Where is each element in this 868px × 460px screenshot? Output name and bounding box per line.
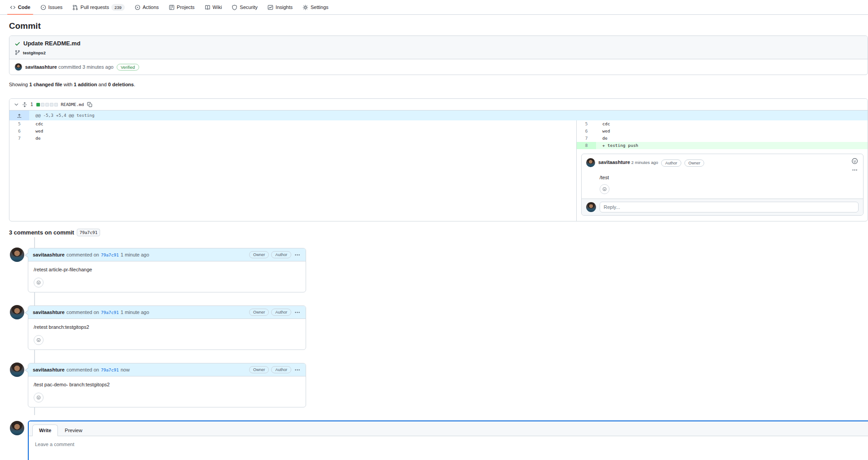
diff-line-content-addition: + testing push: [596, 142, 868, 149]
commit-author[interactable]: savitaashture: [25, 64, 57, 70]
comment-author[interactable]: savitaashture: [598, 159, 630, 165]
avatar[interactable]: [586, 202, 596, 212]
commit-sha-link[interactable]: 79a7c91: [101, 367, 119, 372]
kebab-menu-icon[interactable]: [294, 310, 301, 315]
comment: savitaashture commented on 79a7c91 1 min…: [0, 305, 868, 350]
expand-diff-button[interactable]: [22, 102, 27, 107]
diff-empty-cell: [9, 142, 29, 149]
deletions-count: 0 deletions: [108, 82, 134, 87]
diff-line-content: de: [29, 135, 576, 142]
add-reaction-button[interactable]: [600, 184, 609, 194]
tab-wiki[interactable]: Wiki: [205, 0, 222, 14]
comment-body: /retest article-pr-filechange: [34, 267, 300, 272]
avatar[interactable]: [586, 158, 595, 167]
diff-line-content: cdc: [596, 120, 868, 128]
tab-settings[interactable]: Settings: [302, 0, 329, 14]
commit-box: Update README.md testgitops2 savitaashtu…: [9, 35, 868, 75]
comment-header: savitaashture commented on 79a7c91 1 min…: [28, 248, 306, 261]
diff-line-number[interactable]: 7: [576, 135, 596, 142]
owner-badge: Owner: [249, 251, 269, 258]
tab-pull-requests[interactable]: Pull requests 239: [72, 0, 124, 14]
avatar[interactable]: [10, 421, 24, 435]
diff-summary: Showing 1 changed file with 1 addition a…: [9, 82, 868, 87]
tab-write[interactable]: Write: [32, 425, 58, 436]
author-badge: Author: [661, 159, 681, 167]
commit-sha-link[interactable]: 79a7c91: [101, 310, 119, 315]
reply-input[interactable]: [600, 202, 859, 212]
tab-preview[interactable]: Preview: [58, 425, 89, 436]
avatar[interactable]: [10, 363, 24, 377]
avatar[interactable]: [10, 248, 24, 262]
add-reaction-icon[interactable]: [851, 158, 859, 164]
diff-line-number[interactable]: 8: [576, 142, 596, 149]
reply-bar: [582, 199, 863, 215]
diff-line-number[interactable]: 6: [9, 128, 29, 135]
split-diff: @@ -5,3 +5,4 @@ testing 5 cdc 5 cdc 6 we…: [9, 111, 868, 221]
commit-header: Update README.md testgitops2: [9, 36, 868, 59]
comment-time: 2 minutes ago: [631, 160, 658, 165]
changed-files-count: 1 changed file: [29, 82, 62, 87]
diff-filename[interactable]: README.md: [61, 102, 84, 107]
diff-line-number[interactable]: 5: [576, 120, 596, 128]
verified-badge[interactable]: Verified: [117, 64, 139, 71]
collapse-file-button[interactable]: [14, 102, 19, 107]
comment-header: savitaashture commented on 79a7c91 1 min…: [28, 306, 306, 319]
hunk-header: @@ -5,3 +5,4 @@ testing: [29, 111, 868, 120]
diff-line-number[interactable]: 6: [576, 128, 596, 135]
diff-line-content: de: [596, 135, 868, 142]
add-reaction-button[interactable]: [34, 393, 44, 402]
kebab-menu-icon[interactable]: [851, 167, 859, 173]
tab-insights-label: Insights: [276, 4, 293, 10]
tab-projects[interactable]: Projects: [169, 0, 195, 14]
commit-sha-link[interactable]: 79a7c91: [101, 252, 119, 257]
diff-empty-cell: [9, 149, 576, 221]
owner-badge: Owner: [684, 159, 705, 167]
comment-time: 1 minute ago: [121, 252, 149, 257]
commit-sha-chip: 79a7c91: [77, 229, 100, 236]
additions-count: 1 addition: [74, 82, 97, 87]
expand-hunk-button[interactable]: [9, 111, 29, 120]
comment-author[interactable]: savitaashture: [33, 367, 65, 372]
comment: savitaashture commented on 79a7c91 now O…: [0, 363, 868, 407]
wiki-icon: [205, 4, 210, 10]
avatar[interactable]: [15, 63, 22, 71]
tab-code[interactable]: Code: [10, 0, 31, 14]
tab-security[interactable]: Security: [232, 0, 258, 14]
diff-line-content: wed: [596, 128, 868, 135]
tab-insights[interactable]: Insights: [267, 0, 293, 14]
commit-branch[interactable]: testgitops2: [23, 50, 46, 55]
author-badge: Author: [271, 366, 291, 373]
comment-header: savitaashture commented on 79a7c91 now O…: [28, 363, 306, 376]
gear-icon: [302, 4, 308, 10]
issues-icon: [40, 4, 46, 10]
pull-request-icon: [72, 4, 78, 10]
inline-comment-thread: savitaashture 2 minutes ago Author Owner…: [581, 154, 864, 216]
author-badge: Author: [271, 251, 291, 258]
kebab-menu-icon[interactable]: [294, 252, 301, 258]
commit-meta-text: committed 3 minutes ago: [58, 64, 114, 70]
comment-textarea[interactable]: [34, 441, 855, 459]
diff-file-header: 1 README.md: [9, 99, 868, 111]
comment-author[interactable]: savitaashture: [33, 310, 65, 315]
projects-icon: [169, 4, 175, 10]
diff-line-number[interactable]: 5: [9, 120, 29, 128]
comment-time: now: [121, 367, 130, 372]
comment-time: 1 minute ago: [121, 310, 149, 315]
avatar[interactable]: [10, 305, 24, 319]
repo-nav: Code Issues Pull requests 239 Actions Pr…: [0, 0, 868, 15]
copy-icon: [87, 102, 92, 107]
comment-body: /test: [582, 173, 863, 180]
kebab-menu-icon[interactable]: [294, 367, 301, 373]
page-title: Commit: [9, 21, 868, 31]
tab-pull-requests-label: Pull requests: [80, 4, 109, 10]
copy-path-button[interactable]: [87, 102, 92, 107]
add-reaction-button[interactable]: [34, 278, 44, 288]
add-reaction-button[interactable]: [34, 335, 44, 345]
tab-actions[interactable]: Actions: [135, 0, 159, 14]
tab-issues-label: Issues: [48, 4, 63, 10]
comment-body: /retest branch:testgitops2: [34, 324, 300, 330]
tab-issues[interactable]: Issues: [40, 0, 63, 14]
diff-line-number[interactable]: 7: [9, 135, 29, 142]
chevron-down-icon: [14, 102, 19, 107]
comment-author[interactable]: savitaashture: [33, 252, 65, 257]
